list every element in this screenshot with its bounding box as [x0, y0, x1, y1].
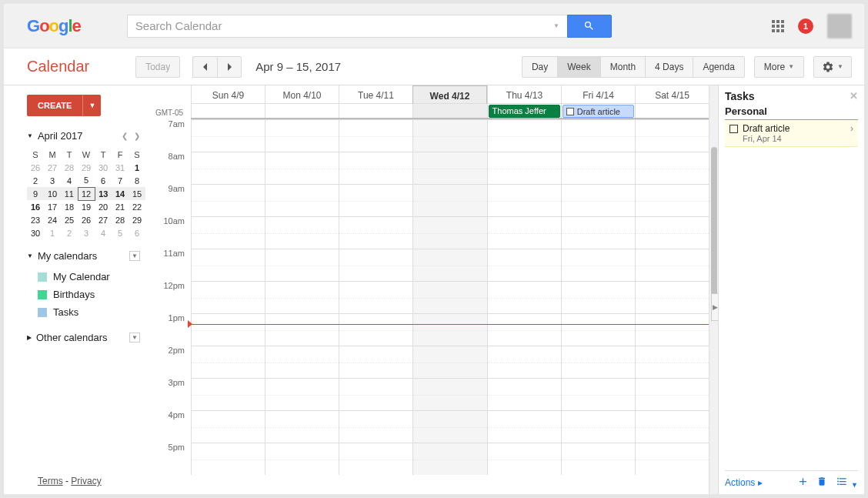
- day-header[interactable]: Sat 4/15: [635, 85, 709, 104]
- calendar-color-swatch: [38, 272, 47, 282]
- timezone-label: GMT-05: [155, 109, 183, 117]
- allday-event[interactable]: Draft article: [563, 105, 634, 118]
- view-agenda[interactable]: Agenda: [693, 56, 744, 78]
- view-month[interactable]: Month: [600, 56, 645, 78]
- settings-button[interactable]: ▼: [813, 56, 852, 78]
- today-button[interactable]: Today: [135, 56, 180, 78]
- tasks-panel: Tasks✕ Personal Draft articleFri, Apr 14…: [718, 85, 864, 494]
- calendar-item[interactable]: Tasks: [27, 303, 140, 321]
- day-header[interactable]: Mon 4/10: [265, 85, 339, 104]
- notifications-badge[interactable]: 1: [798, 18, 813, 34]
- allday-event[interactable]: Thomas Jeffer: [489, 105, 560, 118]
- more-button[interactable]: More▼: [754, 56, 804, 78]
- calendar-color-swatch: [38, 308, 47, 317]
- calendar-item[interactable]: Birthdays: [27, 286, 140, 303]
- my-calendars-menu-icon[interactable]: ▼: [129, 251, 140, 261]
- other-calendars-menu-icon[interactable]: ▼: [129, 333, 140, 343]
- calendar-item[interactable]: My Calendar: [27, 268, 140, 286]
- search-options-caret-icon[interactable]: ▼: [553, 22, 559, 29]
- terms-link[interactable]: Terms: [38, 476, 63, 486]
- hour-label: 11am: [146, 249, 191, 281]
- search-input[interactable]: Search Calendar ▼: [127, 15, 567, 38]
- hour-label: 3pm: [146, 378, 191, 410]
- hour-label: 9am: [146, 184, 191, 216]
- google-logo[interactable]: Google: [27, 16, 81, 36]
- scrollbar[interactable]: ▶: [709, 85, 718, 494]
- task-checkbox[interactable]: [566, 108, 574, 115]
- mini-next-icon[interactable]: ❯: [134, 132, 140, 140]
- now-line: [191, 324, 709, 325]
- hour-label: 4pm: [146, 410, 191, 443]
- sidebar: CREATE ▼ ▼ April 2017 ❮ ❯ SMTWTFS2627282…: [4, 85, 146, 494]
- app-title: Calendar: [27, 58, 89, 75]
- close-icon[interactable]: ✕: [850, 90, 858, 102]
- view-4days[interactable]: 4 Days: [645, 56, 693, 78]
- caret-down-icon[interactable]: ▼: [27, 132, 33, 139]
- tasks-list-name[interactable]: Personal: [725, 105, 858, 120]
- mini-prev-icon[interactable]: ❮: [122, 132, 128, 140]
- view-week[interactable]: Week: [557, 56, 599, 78]
- day-header[interactable]: Tue 4/11: [339, 85, 412, 104]
- calendar-color-swatch: [38, 290, 47, 299]
- other-calendars-header[interactable]: Other calendars: [36, 332, 108, 343]
- hour-label: 1pm: [146, 313, 191, 346]
- date-range: Apr 9 – 15, 2017: [255, 60, 341, 73]
- hour-label: 12pm: [146, 281, 191, 313]
- tasks-actions-button[interactable]: Actions ▸: [725, 477, 763, 488]
- day-header[interactable]: Fri 4/14: [561, 85, 635, 104]
- account-avatar[interactable]: [827, 14, 852, 38]
- apps-icon[interactable]: [772, 20, 784, 32]
- create-dropdown-icon[interactable]: ▼: [82, 95, 101, 116]
- toolbar: Calendar Today Apr 9 – 15, 2017 DayWeekM…: [4, 48, 864, 85]
- task-checkbox[interactable]: [729, 125, 738, 133]
- hour-label: 8am: [146, 152, 191, 184]
- hour-label: 5pm: [146, 443, 191, 475]
- view-day[interactable]: Day: [522, 56, 557, 78]
- prev-button[interactable]: [192, 56, 217, 78]
- hour-label: 10am: [146, 216, 191, 249]
- task-list-menu-icon[interactable]: ▼: [835, 476, 858, 490]
- hour-label: 7am: [146, 119, 191, 152]
- my-calendars-header[interactable]: My calendars: [38, 250, 97, 262]
- task-item[interactable]: Draft articleFri, Apr 14›: [725, 120, 858, 147]
- day-header[interactable]: Sun 4/9: [191, 85, 265, 104]
- day-header[interactable]: Thu 4/13: [487, 85, 561, 104]
- create-button[interactable]: CREATE ▼: [27, 95, 140, 116]
- delete-task-icon[interactable]: [816, 476, 827, 490]
- week-grid[interactable]: GMT-05 Sun 4/9Mon 4/10Tue 4/11Wed 4/12Th…: [146, 85, 709, 494]
- chevron-right-icon[interactable]: ›: [850, 123, 853, 143]
- hour-label: 2pm: [146, 346, 191, 378]
- add-task-icon[interactable]: [797, 476, 809, 490]
- privacy-link[interactable]: Privacy: [71, 476, 101, 486]
- tasks-title: Tasks: [725, 90, 755, 102]
- mini-month-label: April 2017: [38, 130, 83, 142]
- mini-calendar[interactable]: SMTWTFS262728293031123456789101112131415…: [27, 148, 145, 239]
- day-header[interactable]: Wed 4/12: [412, 85, 487, 104]
- next-button[interactable]: [217, 56, 242, 78]
- header: Google Search Calendar ▼ 1: [4, 4, 864, 48]
- search-button[interactable]: [567, 15, 612, 38]
